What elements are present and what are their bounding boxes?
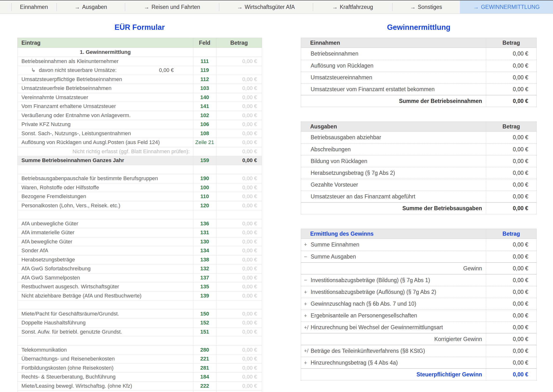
amount-cell[interactable]: 0,00 € (486, 251, 536, 262)
eur-row-fortbildungskosten-ohne-reisekosten: Fortbildungskosten (ohne Reisekosten)281… (18, 363, 262, 372)
amount-cell[interactable]: 0,00 € (486, 263, 536, 274)
gewinn-row-betraege-des-teileinkuenfteverfahrens-8-: +/Beträge des Teileinkünfteverfahrens (§… (301, 345, 536, 357)
row-label: Steuerpflichtiger Gewinn (301, 369, 486, 380)
amount-cell[interactable]: 0,00 € (486, 345, 536, 357)
betrag-cell[interactable]: 0,00 € (216, 183, 262, 192)
betrag-cell[interactable] (216, 48, 262, 57)
betrag-cell[interactable]: 0,00 € (216, 309, 262, 318)
betrag-cell[interactable]: 0,00 € (216, 174, 262, 183)
betrag-cell[interactable]: 0,00 € (216, 318, 262, 328)
betrag-cell[interactable]: 0,00 € (216, 237, 262, 246)
section-header-label: Einnahmen (301, 40, 486, 46)
tab-arrow-icon: → (473, 4, 479, 10)
betrag-cell[interactable]: 0,00 € (216, 219, 262, 228)
betrag-cell[interactable]: 0,00 € (216, 57, 262, 66)
betrag-cell[interactable]: 0,00 € (216, 355, 262, 364)
tab-label: GEWINNERMITTLUNG (481, 4, 539, 10)
amount-cell[interactable]: 0,00 € (486, 48, 536, 60)
betrag-cell[interactable]: 0,00 € (216, 255, 262, 264)
betrag-cell[interactable]: 0,00 € (216, 246, 262, 255)
betrag-cell[interactable]: 0,00 € (216, 120, 262, 129)
amount-cell[interactable]: 0,00 € (486, 239, 536, 251)
betrag-cell[interactable]: 0,00 € (216, 291, 262, 300)
betrag-cell[interactable]: 0,00 € (216, 111, 262, 120)
betrag-cell[interactable] (216, 210, 262, 219)
amount-cell[interactable]: 0,00 € (486, 287, 536, 298)
betrag-cell[interactable]: 0,00 € (216, 282, 262, 292)
amount-cell[interactable]: 0,00 € (486, 60, 536, 71)
amount-cell[interactable]: 0,00 € (486, 298, 536, 309)
amount-cell[interactable]: 0,00 € (486, 357, 536, 368)
betrag-cell[interactable]: 0,00 € (216, 102, 262, 111)
tab-gewinnermittlung[interactable]: →GEWINNERMITTLUNG (460, 0, 553, 14)
feld-cell: 222 (193, 381, 216, 391)
betrag-cell[interactable] (216, 66, 262, 75)
betrag-cell[interactable]: 0,00 € (216, 201, 262, 210)
eur-row-sonst-aufw-fuer-betriebl-genutzte-grunds: Sonst. Aufw. für betriebl. genutzte Grun… (18, 327, 262, 336)
betrag-cell[interactable]: 0,00 € (216, 363, 262, 372)
betrag-cell[interactable]: 0,00 € (216, 93, 262, 102)
betrag-cell[interactable]: 0,00 € (216, 129, 262, 138)
tab-wirtschaftsgueter-afa[interactable]: →Wirtschaftsgüter AfA (219, 0, 313, 14)
section-header-row: AusgabenBetrag (301, 122, 536, 132)
amount-cell[interactable]: 0,00 € (486, 156, 536, 167)
inline-amount-cell[interactable]: 0,00 € (159, 67, 174, 73)
amount-cell[interactable]: 0,00 € (486, 369, 536, 380)
betrag-cell[interactable]: 0,00 € (216, 138, 262, 147)
tab-ausgaben[interactable]: →Ausgaben (57, 0, 125, 14)
tab-einnahmen[interactable]: Einnahmen (11, 0, 57, 14)
betrag-cell[interactable]: 0,00 € (216, 273, 262, 282)
sign-cell: +/ (304, 345, 313, 357)
row-label: Gezahlte Vorsteuer (301, 179, 486, 190)
amount-cell[interactable]: 0,00 € (486, 132, 536, 143)
row-label: Umsatzsteuer an das Finanzamt abgeführt (301, 191, 486, 202)
amount-cell[interactable]: 0,00 € (486, 333, 536, 345)
entry-cell: Sonder AfA (18, 246, 193, 255)
tab-kraftfahrzeug[interactable]: →Kraftfahrzeug (313, 0, 392, 14)
betrag-cell[interactable]: 0,00 € (216, 84, 262, 93)
amount-cell[interactable]: 0,00 € (486, 179, 536, 190)
eur-row-empty (18, 210, 262, 219)
amount-cell[interactable]: 0,00 € (486, 84, 536, 95)
betrag-cell[interactable] (216, 300, 262, 309)
column-header-eintrag: Eintrag (18, 38, 193, 48)
tab-bar-spacer (0, 0, 11, 14)
entry-cell (18, 391, 193, 392)
betrag-cell[interactable] (216, 165, 262, 174)
betrag-cell[interactable]: 0,00 € (216, 192, 262, 201)
amount-cell[interactable]: 0,00 € (486, 72, 536, 83)
tab-reisen-und-fahrten[interactable]: →Reisen und Fahrten (125, 0, 219, 14)
gewinn-row-bildung-von-ruecklagen: Bildung von Rücklagen0,00 € (301, 155, 536, 167)
amount-cell[interactable]: 0,00 € (486, 274, 536, 286)
gewinn-row-betriebseinnahmen: Betriebseinnahmen0,00 € (301, 48, 536, 60)
betrag-cell[interactable]: 0,00 € (216, 75, 262, 84)
entry-cell: Summe Betriebseinnahmen Ganzes Jahr (18, 156, 193, 165)
betrag-cell[interactable]: 0,00 € (216, 372, 262, 382)
amount-cell[interactable]: 0,00 € (486, 95, 536, 107)
feld-cell: 137 (193, 273, 216, 282)
betrag-cell[interactable] (216, 391, 262, 392)
eur-row-betriebsausgabenpauschale-fuer-bestimmte: Betriebsausgabenpauschale für bestimmte … (18, 174, 262, 183)
betrag-cell[interactable]: 0,00 € (216, 264, 262, 273)
betrag-cell[interactable]: 0,00 € (216, 345, 262, 355)
amount-cell[interactable]: 0,00 € (486, 322, 536, 333)
feld-cell: 280 (193, 345, 216, 355)
betrag-cell[interactable]: 0,00 € (216, 228, 262, 237)
betrag-cell[interactable]: 0,00 € (216, 147, 262, 156)
betrag-cell[interactable]: 0,00 € (216, 381, 262, 391)
amount-cell[interactable]: 0,00 € (486, 310, 536, 321)
amount-cell[interactable]: 0,00 € (486, 191, 536, 202)
tab-sonstiges[interactable]: →Sonstiges (392, 0, 460, 14)
betrag-cell[interactable]: 0,00 € (216, 327, 262, 336)
amount-cell[interactable]: 0,00 € (486, 203, 536, 214)
betrag-cell[interactable] (216, 336, 262, 346)
gewinn-row-gewinnzuschlag-nach-6b-abs-7-und-10: +Gewinnzuschlag nach (§ 6b Abs. 7 und 10… (301, 298, 536, 309)
amount-cell[interactable]: 0,00 € (486, 144, 536, 155)
section-header-row: Ermittlung des GewinnsBetrag (301, 229, 536, 239)
sign-cell: +/ (304, 322, 313, 333)
tab-label: Reisen und Fahrten (151, 4, 200, 10)
betrag-cell[interactable]: 0,00 € (216, 156, 262, 165)
amount-cell[interactable]: 0,00 € (486, 167, 536, 179)
row-label: Summe Ausgaben (301, 251, 486, 262)
section-header-row: EinnahmenBetrag (301, 38, 536, 48)
